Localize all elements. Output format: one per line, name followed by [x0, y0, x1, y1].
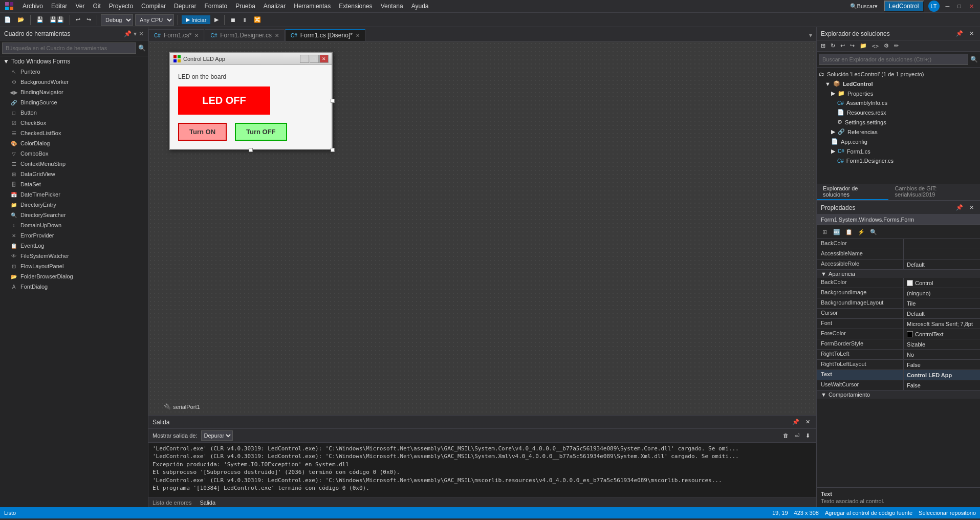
- user-icon[interactable]: LT: [928, 1, 940, 12]
- sol-search-icon[interactable]: 🔍: [970, 56, 978, 63]
- toolbox-item-directorysearcher[interactable]: 🔍 DirectorySearcher: [0, 210, 148, 220]
- prop-backgroundimage[interactable]: BackgroundImage (ninguno): [817, 288, 980, 298]
- form-restore-button[interactable]: □: [310, 55, 319, 63]
- toolbox-close-icon[interactable]: ✕: [139, 30, 144, 37]
- sol-tab-git[interactable]: Cambios de GIT: serialvisual2019: [888, 184, 980, 200]
- start-without-debug-button[interactable]: ▶: [212, 15, 221, 24]
- prop-righttoleftlayout[interactable]: RightToLeftLayout False: [817, 360, 980, 370]
- undo-button[interactable]: ↩: [74, 15, 82, 24]
- toolbox-item-backgroundworker[interactable]: ⚙ BackgroundWorker: [0, 77, 148, 87]
- toolbox-item-puntero[interactable]: ↖ Puntero: [0, 67, 148, 77]
- toolbox-item-eventlog[interactable]: 📋 EventLog: [0, 241, 148, 251]
- toolbox-item-datetimepicker[interactable]: 📅 DateTimePicker: [0, 189, 148, 200]
- prop-forecolor[interactable]: ForeColor ControlText: [817, 329, 980, 339]
- minimize-button[interactable]: ─: [944, 2, 952, 10]
- prop-backcolor[interactable]: BackColor Control: [817, 278, 980, 288]
- menu-proyecto[interactable]: Proyecto: [105, 2, 137, 11]
- sol-tb-1[interactable]: ⊞: [819, 41, 827, 50]
- tab-form1cs[interactable]: C# Form1.cs* ✕: [148, 29, 204, 41]
- toolbox-item-directoryentry[interactable]: 📁 DirectoryEntry: [0, 200, 148, 210]
- active-project-tab[interactable]: LedControl: [884, 1, 924, 12]
- restore-button[interactable]: □: [955, 2, 963, 10]
- props-search-button[interactable]: 🔍: [868, 226, 879, 237]
- menu-formato[interactable]: Formato: [200, 2, 231, 11]
- toolbar-extra-2[interactable]: ⏸: [240, 16, 250, 24]
- sol-item-ledcontrol[interactable]: ▼ 📦 LedControl: [817, 79, 980, 89]
- sol-tb-7[interactable]: ⚙: [882, 41, 891, 50]
- props-close-button[interactable]: ✕: [967, 203, 976, 212]
- form-close-button[interactable]: ✕: [319, 55, 329, 63]
- menu-herramientas[interactable]: Herramientas: [290, 2, 335, 11]
- sol-tb-5[interactable]: 📁: [858, 41, 869, 50]
- turn-on-button[interactable]: Turn ON: [178, 123, 227, 141]
- toolbox-section-header[interactable]: ▼ Todo Windows Forms: [0, 56, 148, 67]
- sol-item-settings[interactable]: ⚙ Settings.settings: [817, 117, 980, 127]
- prop-usewaitcursor[interactable]: UseWaitCursor False: [817, 380, 980, 391]
- menu-compilar[interactable]: Compilar: [137, 2, 170, 11]
- resize-handle-bottom[interactable]: [249, 148, 253, 152]
- toolbox-item-errorprovider[interactable]: ✕ ErrorProvider: [0, 230, 148, 241]
- toolbox-item-folderbrowserdialog[interactable]: 📂 FolderBrowserDialog: [0, 271, 148, 281]
- save-all-button[interactable]: 💾💾: [48, 15, 66, 24]
- save-button[interactable]: 💾: [34, 15, 46, 24]
- prop-righttoleft[interactable]: RightToLeft No: [817, 350, 980, 360]
- toolbox-item-filesystemwatcher[interactable]: 👁 FileSystemWatcher: [0, 251, 148, 261]
- tab-form1designer[interactable]: C# Form1.Designer.cs ✕: [205, 29, 285, 41]
- search-button[interactable]: 🔍 Buscar ▾: [848, 2, 880, 11]
- toolbar-extra-3[interactable]: 🔀: [252, 15, 263, 24]
- toolbox-item-dataset[interactable]: 🗄 DataSet: [0, 179, 148, 189]
- toolbar-extra-1[interactable]: ⏹: [228, 16, 238, 24]
- props-pin-button[interactable]: 📌: [954, 203, 965, 212]
- redo-button[interactable]: ↪: [84, 15, 93, 24]
- sol-item-form1cs[interactable]: ▶ C# Form1.cs: [817, 146, 980, 156]
- props-alphabetical-button[interactable]: 🔤: [831, 226, 842, 237]
- prop-cursor[interactable]: Cursor Default: [817, 309, 980, 319]
- debug-config-select[interactable]: Debug: [101, 14, 133, 26]
- design-surface[interactable]: Control LED App ─ □ ✕ LED on the board L…: [148, 41, 816, 415]
- toolbox-item-datagridview[interactable]: ⊞ DataGridView: [0, 169, 148, 179]
- menu-editar[interactable]: Editar: [47, 2, 71, 11]
- status-add-source[interactable]: Agregar al control de código fuente: [825, 510, 912, 516]
- toolbox-item-colordialog[interactable]: 🎨 ColorDialog: [0, 138, 148, 148]
- resize-handle-right[interactable]: [331, 99, 335, 103]
- sol-item-appconfig[interactable]: 📄 App.config: [817, 137, 980, 146]
- toolbox-item-checkedlistbox[interactable]: ☰ CheckedListBox: [0, 128, 148, 138]
- menu-analizar[interactable]: Analizar: [259, 2, 290, 11]
- sol-item-referencias[interactable]: ▶ 🔗 Referencias: [817, 127, 980, 137]
- toolbox-item-bindingsource[interactable]: 🔗 BindingSource: [0, 97, 148, 107]
- props-categorized-button[interactable]: ⊞: [819, 226, 830, 237]
- toolbox-item-bindingnavigator[interactable]: ◀▶ BindingNavigator: [0, 87, 148, 97]
- resize-handle-corner[interactable]: [331, 148, 335, 152]
- output-close-button[interactable]: ✕: [803, 418, 812, 426]
- sol-item-resources[interactable]: 📄 Resources.resx: [817, 107, 980, 117]
- new-file-button[interactable]: 📄: [2, 15, 13, 24]
- menu-depurar[interactable]: Depurar: [170, 2, 200, 11]
- props-events-button[interactable]: ⚡: [856, 226, 867, 237]
- close-button[interactable]: ✕: [967, 2, 976, 11]
- toolbox-search-input[interactable]: [2, 42, 136, 54]
- toolbox-item-contextmenustrip[interactable]: ☰ ContextMenuStrip: [0, 159, 148, 169]
- toolbox-item-domainupdown[interactable]: ↕ DomainUpDown: [0, 220, 148, 230]
- toolbox-search-icon[interactable]: 🔍: [138, 45, 146, 52]
- menu-ventana[interactable]: Ventana: [377, 2, 407, 11]
- turn-off-button[interactable]: Turn OFF: [235, 123, 287, 141]
- prop-text[interactable]: Text Control LED App: [817, 370, 980, 380]
- status-git-repo[interactable]: Seleccionar repositorio: [919, 510, 976, 516]
- sol-item-form1designer[interactable]: C# Form1.Designer.cs: [817, 156, 980, 165]
- output-clear-button[interactable]: 🗑: [781, 431, 791, 440]
- tab-close-form1designer[interactable]: ✕: [275, 33, 279, 38]
- props-properties-button[interactable]: 📋: [843, 226, 855, 237]
- output-scroll-button[interactable]: ⬇: [803, 431, 812, 440]
- toolbox-item-combobox[interactable]: ▽ ComboBox: [0, 148, 148, 159]
- output-source-select[interactable]: Depurar: [201, 430, 233, 441]
- start-button[interactable]: ▶ Iniciar: [182, 15, 210, 24]
- sol-item-solution[interactable]: 🗂 Solución 'LedControl' (1 de 1 proyecto…: [817, 70, 980, 79]
- platform-select[interactable]: Any CPU: [135, 14, 174, 26]
- tab-close-form1cs[interactable]: ✕: [194, 33, 199, 38]
- menu-git[interactable]: Git: [89, 2, 104, 11]
- toolbox-item-fontdialog[interactable]: A FontDialog: [0, 281, 148, 292]
- open-file-button[interactable]: 📂: [15, 15, 27, 24]
- prop-formborderstyle[interactable]: FormBorderStyle Sizable: [817, 339, 980, 350]
- prop-font[interactable]: Font Microsoft Sans Serif; 7,8pt: [817, 319, 980, 329]
- form-minimize-button[interactable]: ─: [300, 55, 309, 63]
